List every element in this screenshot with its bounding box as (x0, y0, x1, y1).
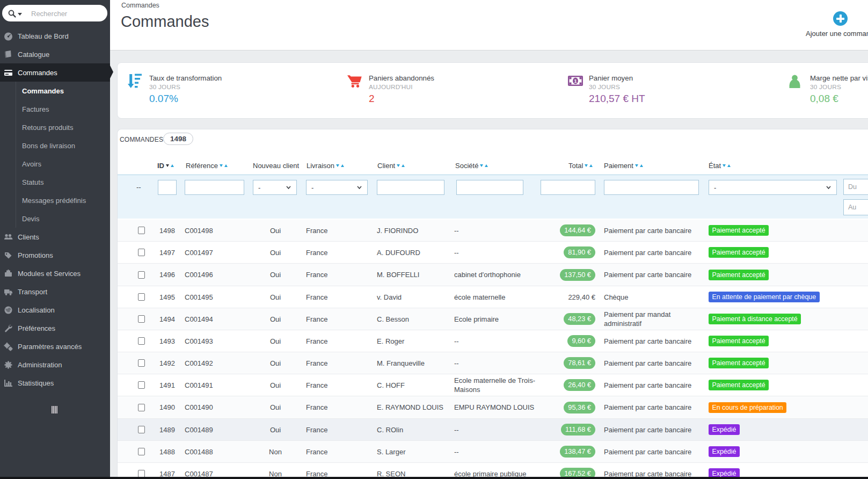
svg-text:1: 1 (574, 78, 577, 84)
